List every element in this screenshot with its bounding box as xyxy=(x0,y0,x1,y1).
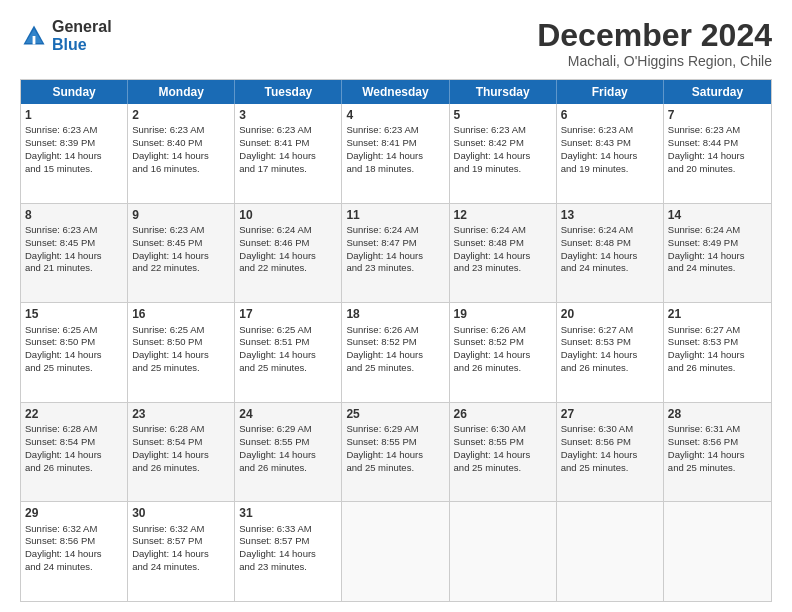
day-info: Sunrise: 6:24 AM Sunset: 8:48 PM Dayligh… xyxy=(561,224,638,273)
logo-blue-text: Blue xyxy=(52,36,112,54)
day-number: 19 xyxy=(454,306,552,322)
day-number: 3 xyxy=(239,107,337,123)
day-info: Sunrise: 6:29 AM Sunset: 8:55 PM Dayligh… xyxy=(239,423,316,472)
calendar-day-cell: 5Sunrise: 6:23 AM Sunset: 8:42 PM Daylig… xyxy=(450,104,557,203)
day-info: Sunrise: 6:30 AM Sunset: 8:55 PM Dayligh… xyxy=(454,423,531,472)
calendar-day-cell: 24Sunrise: 6:29 AM Sunset: 8:55 PM Dayli… xyxy=(235,403,342,502)
day-info: Sunrise: 6:23 AM Sunset: 8:42 PM Dayligh… xyxy=(454,124,531,173)
calendar-day-cell: 30Sunrise: 6:32 AM Sunset: 8:57 PM Dayli… xyxy=(128,502,235,601)
page: General Blue December 2024 Machali, O'Hi… xyxy=(0,0,792,612)
day-number: 9 xyxy=(132,207,230,223)
calendar-day-cell: 22Sunrise: 6:28 AM Sunset: 8:54 PM Dayli… xyxy=(21,403,128,502)
day-number: 23 xyxy=(132,406,230,422)
calendar-day-cell: 10Sunrise: 6:24 AM Sunset: 8:46 PM Dayli… xyxy=(235,204,342,303)
day-number: 8 xyxy=(25,207,123,223)
calendar-day-header: Monday xyxy=(128,80,235,104)
calendar-day-cell: 23Sunrise: 6:28 AM Sunset: 8:54 PM Dayli… xyxy=(128,403,235,502)
calendar-day-cell: 7Sunrise: 6:23 AM Sunset: 8:44 PM Daylig… xyxy=(664,104,771,203)
day-number: 20 xyxy=(561,306,659,322)
calendar-day-cell: 19Sunrise: 6:26 AM Sunset: 8:52 PM Dayli… xyxy=(450,303,557,402)
day-number: 11 xyxy=(346,207,444,223)
day-number: 22 xyxy=(25,406,123,422)
calendar-day-cell: 11Sunrise: 6:24 AM Sunset: 8:47 PM Dayli… xyxy=(342,204,449,303)
day-number: 12 xyxy=(454,207,552,223)
day-number: 1 xyxy=(25,107,123,123)
calendar-week-row: 15Sunrise: 6:25 AM Sunset: 8:50 PM Dayli… xyxy=(21,302,771,402)
day-info: Sunrise: 6:25 AM Sunset: 8:50 PM Dayligh… xyxy=(25,324,102,373)
day-number: 16 xyxy=(132,306,230,322)
calendar-week-row: 8Sunrise: 6:23 AM Sunset: 8:45 PM Daylig… xyxy=(21,203,771,303)
day-info: Sunrise: 6:23 AM Sunset: 8:39 PM Dayligh… xyxy=(25,124,102,173)
calendar-day-cell: 9Sunrise: 6:23 AM Sunset: 8:45 PM Daylig… xyxy=(128,204,235,303)
calendar-day-cell: 12Sunrise: 6:24 AM Sunset: 8:48 PM Dayli… xyxy=(450,204,557,303)
logo-general-text: General xyxy=(52,18,112,36)
day-number: 28 xyxy=(668,406,767,422)
calendar-empty-cell xyxy=(664,502,771,601)
day-number: 21 xyxy=(668,306,767,322)
day-info: Sunrise: 6:25 AM Sunset: 8:51 PM Dayligh… xyxy=(239,324,316,373)
day-info: Sunrise: 6:23 AM Sunset: 8:43 PM Dayligh… xyxy=(561,124,638,173)
calendar-day-cell: 28Sunrise: 6:31 AM Sunset: 8:56 PM Dayli… xyxy=(664,403,771,502)
day-info: Sunrise: 6:23 AM Sunset: 8:41 PM Dayligh… xyxy=(346,124,423,173)
logo-icon xyxy=(20,22,48,50)
calendar-day-cell: 18Sunrise: 6:26 AM Sunset: 8:52 PM Dayli… xyxy=(342,303,449,402)
day-info: Sunrise: 6:29 AM Sunset: 8:55 PM Dayligh… xyxy=(346,423,423,472)
calendar-empty-cell xyxy=(342,502,449,601)
day-info: Sunrise: 6:32 AM Sunset: 8:56 PM Dayligh… xyxy=(25,523,102,572)
calendar-week-row: 22Sunrise: 6:28 AM Sunset: 8:54 PM Dayli… xyxy=(21,402,771,502)
calendar-week-row: 1Sunrise: 6:23 AM Sunset: 8:39 PM Daylig… xyxy=(21,104,771,203)
calendar-day-header: Thursday xyxy=(450,80,557,104)
logo: General Blue xyxy=(20,18,112,53)
day-number: 6 xyxy=(561,107,659,123)
calendar-day-header: Wednesday xyxy=(342,80,449,104)
svg-rect-2 xyxy=(33,36,36,44)
day-number: 10 xyxy=(239,207,337,223)
calendar-day-cell: 8Sunrise: 6:23 AM Sunset: 8:45 PM Daylig… xyxy=(21,204,128,303)
calendar: SundayMondayTuesdayWednesdayThursdayFrid… xyxy=(20,79,772,602)
calendar-day-header: Tuesday xyxy=(235,80,342,104)
calendar-day-header: Sunday xyxy=(21,80,128,104)
day-info: Sunrise: 6:24 AM Sunset: 8:47 PM Dayligh… xyxy=(346,224,423,273)
day-number: 2 xyxy=(132,107,230,123)
calendar-day-cell: 6Sunrise: 6:23 AM Sunset: 8:43 PM Daylig… xyxy=(557,104,664,203)
day-info: Sunrise: 6:23 AM Sunset: 8:45 PM Dayligh… xyxy=(25,224,102,273)
calendar-day-cell: 27Sunrise: 6:30 AM Sunset: 8:56 PM Dayli… xyxy=(557,403,664,502)
calendar-day-cell: 3Sunrise: 6:23 AM Sunset: 8:41 PM Daylig… xyxy=(235,104,342,203)
day-number: 31 xyxy=(239,505,337,521)
calendar-day-cell: 14Sunrise: 6:24 AM Sunset: 8:49 PM Dayli… xyxy=(664,204,771,303)
calendar-day-cell: 1Sunrise: 6:23 AM Sunset: 8:39 PM Daylig… xyxy=(21,104,128,203)
month-title: December 2024 xyxy=(537,18,772,53)
logo-text: General Blue xyxy=(52,18,112,53)
day-number: 5 xyxy=(454,107,552,123)
calendar-body: 1Sunrise: 6:23 AM Sunset: 8:39 PM Daylig… xyxy=(21,104,771,601)
calendar-day-cell: 4Sunrise: 6:23 AM Sunset: 8:41 PM Daylig… xyxy=(342,104,449,203)
calendar-day-cell: 2Sunrise: 6:23 AM Sunset: 8:40 PM Daylig… xyxy=(128,104,235,203)
calendar-day-cell: 31Sunrise: 6:33 AM Sunset: 8:57 PM Dayli… xyxy=(235,502,342,601)
title-block: December 2024 Machali, O'Higgins Region,… xyxy=(537,18,772,69)
day-info: Sunrise: 6:24 AM Sunset: 8:48 PM Dayligh… xyxy=(454,224,531,273)
day-info: Sunrise: 6:32 AM Sunset: 8:57 PM Dayligh… xyxy=(132,523,209,572)
day-number: 24 xyxy=(239,406,337,422)
calendar-day-header: Friday xyxy=(557,80,664,104)
day-number: 7 xyxy=(668,107,767,123)
day-info: Sunrise: 6:26 AM Sunset: 8:52 PM Dayligh… xyxy=(454,324,531,373)
calendar-header: SundayMondayTuesdayWednesdayThursdayFrid… xyxy=(21,80,771,104)
day-number: 26 xyxy=(454,406,552,422)
subtitle: Machali, O'Higgins Region, Chile xyxy=(537,53,772,69)
day-number: 30 xyxy=(132,505,230,521)
calendar-day-cell: 20Sunrise: 6:27 AM Sunset: 8:53 PM Dayli… xyxy=(557,303,664,402)
day-number: 17 xyxy=(239,306,337,322)
calendar-week-row: 29Sunrise: 6:32 AM Sunset: 8:56 PM Dayli… xyxy=(21,501,771,601)
day-number: 15 xyxy=(25,306,123,322)
day-info: Sunrise: 6:23 AM Sunset: 8:40 PM Dayligh… xyxy=(132,124,209,173)
day-info: Sunrise: 6:24 AM Sunset: 8:49 PM Dayligh… xyxy=(668,224,745,273)
calendar-day-cell: 25Sunrise: 6:29 AM Sunset: 8:55 PM Dayli… xyxy=(342,403,449,502)
day-number: 18 xyxy=(346,306,444,322)
calendar-day-cell: 26Sunrise: 6:30 AM Sunset: 8:55 PM Dayli… xyxy=(450,403,557,502)
day-info: Sunrise: 6:23 AM Sunset: 8:45 PM Dayligh… xyxy=(132,224,209,273)
day-info: Sunrise: 6:28 AM Sunset: 8:54 PM Dayligh… xyxy=(25,423,102,472)
day-info: Sunrise: 6:33 AM Sunset: 8:57 PM Dayligh… xyxy=(239,523,316,572)
day-number: 29 xyxy=(25,505,123,521)
day-number: 13 xyxy=(561,207,659,223)
calendar-day-cell: 16Sunrise: 6:25 AM Sunset: 8:50 PM Dayli… xyxy=(128,303,235,402)
